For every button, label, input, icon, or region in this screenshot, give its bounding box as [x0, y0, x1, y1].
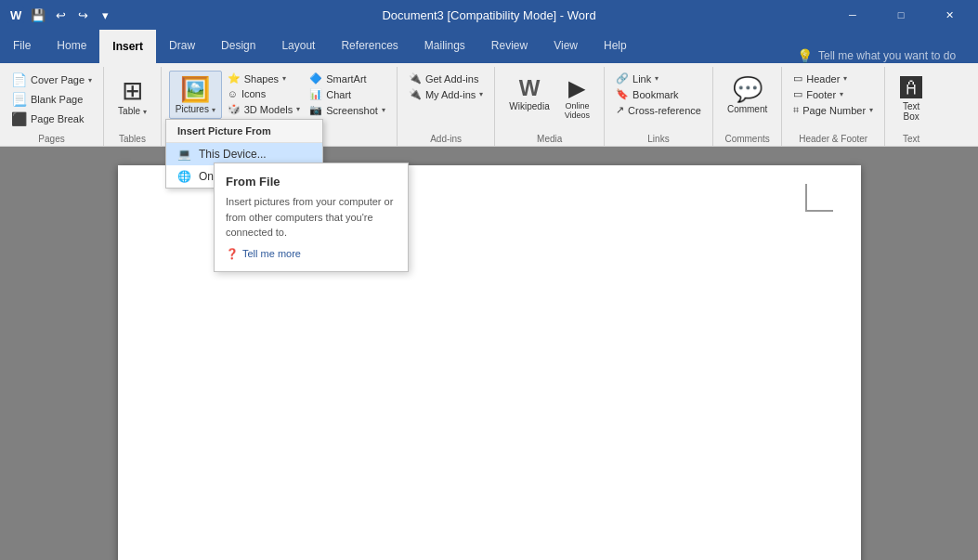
my-addins-arrow: ▾ [479, 90, 483, 98]
pictures-button[interactable]: 🖼️ Pictures ▾ [169, 71, 222, 119]
footer-icon: ▭ [793, 88, 802, 100]
tables-group-label: Tables [111, 132, 153, 146]
tooltip-title: From File [226, 175, 397, 189]
document-area[interactable] [0, 147, 978, 560]
tell-me-container[interactable]: 💡 [786, 48, 978, 63]
blank-page-icon: 📃 [11, 92, 27, 107]
cross-reference-icon: ↗ [616, 104, 624, 116]
ribbon-tabs: File Home Insert Draw Design Layout Refe… [0, 30, 978, 63]
get-addins-button[interactable]: 🔌 Get Add-ins [405, 71, 487, 86]
screenshot-arrow: ▾ [382, 106, 385, 114]
tab-draw[interactable]: Draw [156, 30, 208, 63]
tab-design[interactable]: Design [208, 30, 268, 63]
ribbon-group-comments: 💬 Comment Comments [713, 67, 782, 146]
header-footer-group-content: ▭ Header ▾ ▭ Footer ▾ ⌗ Page Number ▾ [789, 67, 877, 132]
media-group-label: Media [502, 132, 596, 146]
ribbon-group-header-footer: ▭ Header ▾ ▭ Footer ▾ ⌗ Page Number ▾ He… [782, 67, 885, 146]
header-footer-group-label: Header & Footer [789, 132, 877, 146]
smartart-button[interactable]: 🔷 SmartArt [306, 71, 389, 86]
ribbon-group-links: 🔗 Link ▾ 🔖 Bookmark ↗ Cross-reference Li… [605, 67, 713, 146]
text-box-button[interactable]: 🅰 TextBox [893, 71, 930, 126]
header-button[interactable]: ▭ Header ▾ [789, 71, 877, 86]
page-break-button[interactable]: ⬛ Page Break [7, 110, 96, 128]
ribbon-group-addins: 🔌 Get Add-ins 🔌 My Add-ins ▾ Add-ins [398, 67, 495, 146]
tab-layout[interactable]: Layout [268, 30, 328, 63]
link-button[interactable]: 🔗 Link ▾ [612, 71, 705, 86]
lightbulb-icon: 💡 [797, 48, 813, 63]
text-box-icon: 🅰 [900, 75, 922, 101]
screenshot-button[interactable]: 📷 Screenshot ▾ [306, 102, 389, 118]
illus-col2: 🔷 SmartArt 📊 Chart 📷 Screenshot ▾ [306, 71, 389, 118]
cross-reference-button[interactable]: ↗ Cross-reference [612, 102, 705, 118]
dropdown-header: Insert Picture From [166, 120, 322, 143]
comment-button[interactable]: 💬 Comment [721, 71, 774, 119]
chart-icon: 📊 [309, 88, 322, 100]
links-col: 🔗 Link ▾ 🔖 Bookmark ↗ Cross-reference [612, 71, 705, 118]
shapes-button[interactable]: ⭐ Shapes ▾ [224, 71, 305, 86]
wikipedia-button[interactable]: W Wikipedia [502, 71, 555, 116]
minimize-button[interactable]: ─ [831, 0, 874, 30]
icons-icon: ☺ [228, 88, 238, 99]
ribbon: 📄 Cover Page ▾ 📃 Blank Page ⬛ Page Break… [0, 63, 978, 147]
wikipedia-icon: W [519, 75, 541, 101]
cover-page-button[interactable]: 📄 Cover Page ▾ [7, 71, 96, 89]
insert-tooltip: From File Insert pictures from your comp… [214, 163, 409, 272]
screenshot-icon: 📷 [309, 104, 322, 116]
tab-review[interactable]: Review [478, 30, 541, 63]
header-icon: ▭ [793, 72, 802, 85]
tab-references[interactable]: References [328, 30, 411, 63]
ribbon-group-text: 🅰 TextBox Text [885, 67, 937, 146]
tables-group-content: ⊞ Table ▾ [111, 67, 153, 132]
bookmark-icon: 🔖 [616, 88, 629, 100]
redo-button[interactable]: ↪ [74, 7, 91, 23]
tab-file[interactable]: File [0, 30, 44, 63]
close-button[interactable]: ✕ [928, 0, 971, 30]
comments-group-label: Comments [721, 132, 774, 146]
icons-button[interactable]: ☺ Icons [224, 86, 305, 101]
title-bar-left: W 💾 ↩ ↪ ▾ [7, 7, 113, 23]
3d-models-arrow: ▾ [296, 105, 300, 113]
addins-group-content: 🔌 Get Add-ins 🔌 My Add-ins ▾ [405, 67, 487, 132]
illus-col: ⭐ Shapes ▾ ☺ Icons 🎲 3D Models ▾ [224, 71, 305, 117]
restore-button[interactable]: □ [880, 0, 922, 30]
undo-button[interactable]: ↩ [52, 7, 69, 23]
links-group-content: 🔗 Link ▾ 🔖 Bookmark ↗ Cross-reference [612, 67, 705, 132]
bookmark-button[interactable]: 🔖 Bookmark [612, 86, 705, 102]
my-addins-icon: 🔌 [409, 88, 422, 100]
tooltip-link[interactable]: ❓ Tell me more [226, 248, 397, 260]
tab-mailings[interactable]: Mailings [411, 30, 478, 63]
addins-group-label: Add-ins [405, 132, 487, 146]
online-pictures-icon: 🌐 [177, 170, 191, 183]
3d-models-button[interactable]: 🎲 3D Models ▾ [224, 101, 305, 117]
media-group-content: W Wikipedia ▶ OnlineVideos [502, 67, 596, 132]
shapes-arrow: ▾ [282, 74, 286, 83]
link-icon: 🔗 [616, 72, 629, 85]
tab-help[interactable]: Help [591, 30, 640, 63]
table-button[interactable]: ⊞ Table ▾ [111, 71, 153, 121]
cover-page-arrow: ▾ [88, 76, 92, 85]
get-addins-icon: 🔌 [409, 72, 422, 85]
tab-insert[interactable]: Insert [99, 30, 156, 63]
tell-me-input[interactable] [818, 49, 967, 62]
shapes-icon: ⭐ [228, 72, 241, 85]
my-addins-button[interactable]: 🔌 My Add-ins ▾ [405, 86, 487, 102]
customize-qat-button[interactable]: ▾ [97, 7, 113, 23]
chart-button[interactable]: 📊 Chart [306, 86, 389, 102]
tab-home[interactable]: Home [44, 30, 99, 63]
comments-group-content: 💬 Comment [721, 67, 774, 132]
footer-button[interactable]: ▭ Footer ▾ [789, 86, 877, 102]
page-number-button[interactable]: ⌗ Page Number ▾ [789, 102, 877, 118]
pictures-arrow: ▾ [212, 106, 215, 114]
tooltip-body: Insert pictures from your computer or fr… [226, 194, 397, 241]
title-bar-right: ─ □ ✕ [831, 0, 971, 30]
link-arrow: ▾ [655, 74, 659, 83]
3d-models-icon: 🎲 [228, 103, 241, 115]
this-device-icon: 💻 [177, 148, 191, 161]
online-videos-button[interactable]: ▶ OnlineVideos [558, 71, 596, 124]
table-arrow: ▾ [143, 108, 147, 116]
help-circle-icon: ❓ [226, 248, 239, 260]
tab-view[interactable]: View [541, 30, 591, 63]
save-button[interactable]: 💾 [30, 7, 46, 23]
svg-text:W: W [10, 8, 22, 22]
blank-page-button[interactable]: 📃 Blank Page [7, 90, 96, 109]
